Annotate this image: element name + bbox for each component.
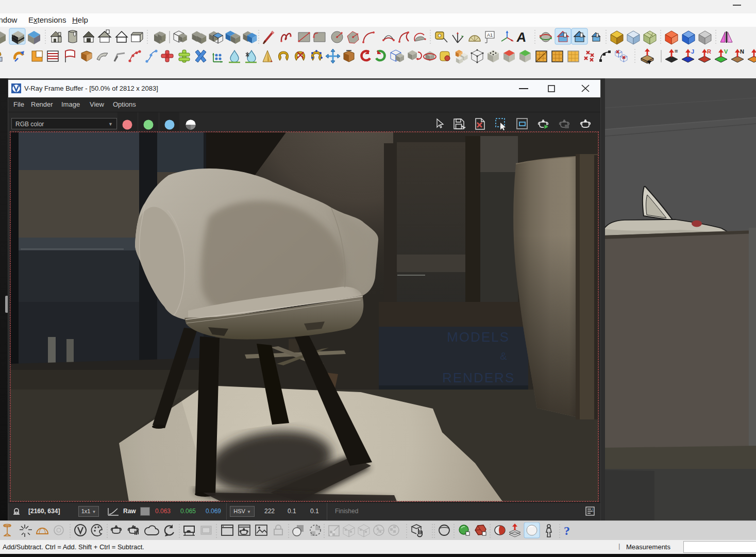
svg-text:R: R <box>707 48 711 55</box>
svg-text:A1: A1 <box>487 32 493 38</box>
svg-text:N: N <box>740 48 744 55</box>
svg-text:MODELS: MODELS <box>447 329 510 345</box>
svg-text:RENDERS: RENDERS <box>442 370 515 385</box>
svg-text:A: A <box>516 29 528 45</box>
svg-text:?: ? <box>564 524 570 537</box>
svg-text:&: & <box>500 350 508 362</box>
svg-text:J: J <box>691 48 694 55</box>
svg-text:V: V <box>724 48 728 55</box>
svg-text:=: = <box>675 48 678 54</box>
